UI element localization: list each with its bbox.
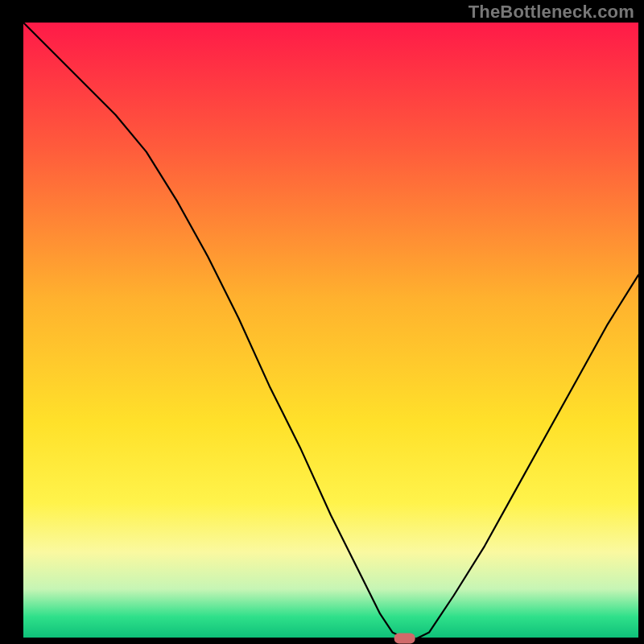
watermark-text: TheBottleneck.com (469, 2, 634, 23)
chart-stage: TheBottleneck.com (0, 0, 644, 644)
optimum-marker (394, 634, 415, 644)
chart-svg (0, 0, 644, 644)
